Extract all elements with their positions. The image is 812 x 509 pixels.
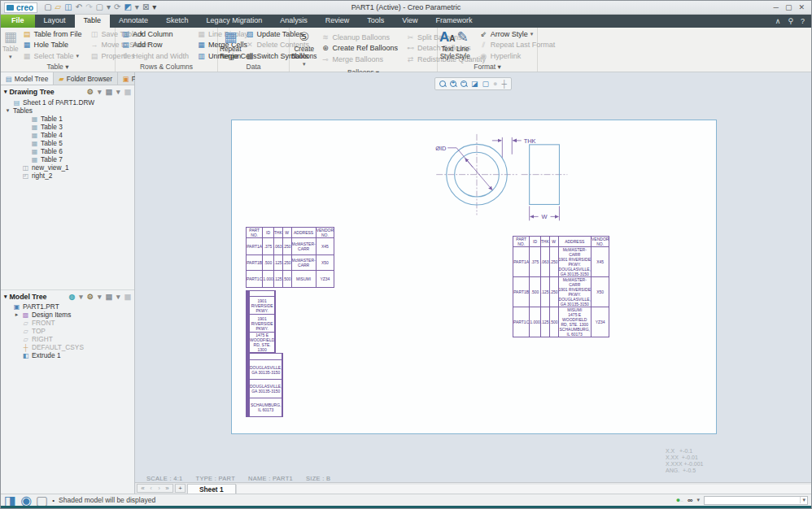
table-cell[interactable]: McMASTER-CARR bbox=[291, 255, 316, 271]
select-box-icon[interactable]: ▢ bbox=[96, 3, 103, 11]
select-arrow-icon[interactable]: ▾ bbox=[107, 3, 111, 11]
table-header-cell[interactable]: THK bbox=[273, 228, 282, 238]
table-cell[interactable]: .500 bbox=[282, 271, 291, 288]
regenerate-icon[interactable]: ⟳ bbox=[114, 3, 120, 11]
hole-table-button[interactable]: ▦Hole Table bbox=[23, 40, 82, 51]
ribbon-tab-layout[interactable]: Layout bbox=[35, 15, 75, 28]
zoom-select-icon[interactable] bbox=[439, 80, 446, 87]
help-icon[interactable]: ? bbox=[801, 17, 805, 25]
prev-sheet-icon[interactable]: ‹ bbox=[147, 485, 155, 492]
new-file-icon[interactable]: ▢ bbox=[44, 3, 51, 11]
tree-item-front[interactable]: ▱FRONT bbox=[1, 319, 134, 327]
table-from-file-button[interactable]: ▤Table from File bbox=[23, 28, 82, 40]
find-icon[interactable]: ∞ bbox=[688, 496, 692, 504]
group-label-table[interactable]: Table ▾ bbox=[1, 63, 115, 72]
table-header-cell[interactable] bbox=[282, 354, 283, 360]
table-cell[interactable]: 1.000 bbox=[263, 271, 274, 288]
table-cell[interactable]: MISUMI1475 E WOODFIELD RD, STE. 1300SCHA… bbox=[558, 307, 591, 337]
table-cell[interactable]: PART1A bbox=[513, 247, 530, 277]
tree-item-table-3[interactable]: ▦Table 3 bbox=[1, 123, 134, 131]
table-header-cell[interactable]: VENDOR NO. bbox=[591, 237, 609, 247]
tree-item-default-csys[interactable]: ┼DEFAULT_CSYS bbox=[1, 343, 134, 351]
table-cell[interactable]: YZ34 bbox=[591, 307, 609, 337]
text-style-button[interactable]: AA Text Style bbox=[439, 28, 456, 62]
table-cell[interactable]: .125 bbox=[273, 271, 282, 288]
navigator-tab-folder-browser[interactable]: ▰Folder Browser bbox=[54, 72, 118, 85]
ribbon-tab-legacy-migration[interactable]: Legacy Migration bbox=[198, 15, 272, 28]
chevron-down-icon[interactable]: ▾ bbox=[4, 89, 7, 95]
minimize-icon[interactable]: ─ bbox=[774, 3, 779, 11]
tree-item-right-2[interactable]: ◰right_2 bbox=[1, 172, 134, 180]
appearance-icon[interactable]: ● bbox=[493, 80, 497, 88]
table-header-cell[interactable] bbox=[250, 354, 282, 360]
create-balloons-button[interactable]: ⑤ Create Balloons▾ bbox=[291, 28, 317, 67]
table-cell[interactable]: YZ34 bbox=[316, 271, 334, 288]
tree-item-extrude-1[interactable]: ◧Extrude 1 bbox=[1, 351, 134, 359]
table-cell[interactable]: DOUGLASVILLE, GA 30135-3150 bbox=[250, 380, 282, 398]
caret-icon[interactable]: ▾ bbox=[116, 88, 120, 96]
table-cell[interactable]: PART1C bbox=[513, 307, 530, 337]
tree-item-table-1[interactable]: ▦Table 1 bbox=[1, 115, 134, 123]
drawing-table[interactable]: PART NO.IDTHKWADDRESSVENDOR NO.PART1A.37… bbox=[513, 236, 609, 337]
table-cell[interactable]: .125 bbox=[540, 307, 549, 337]
collapse-ribbon-icon[interactable]: ∧ bbox=[775, 17, 781, 25]
tree-item-table-5[interactable]: ▦Table 5 bbox=[1, 139, 134, 147]
table-cell[interactable] bbox=[275, 333, 276, 353]
close-window-icon[interactable]: ⊠ bbox=[142, 3, 149, 11]
table-cell[interactable]: .125 bbox=[540, 277, 549, 307]
display-filter-icon[interactable]: ◍ bbox=[68, 293, 75, 301]
drawing-table[interactable]: PART NO.IDTHKWADDRESSVENDOR NO.PART1A.37… bbox=[246, 227, 334, 288]
table-header-cell[interactable]: PART NO. bbox=[247, 228, 263, 238]
add-sheet-button[interactable]: + bbox=[175, 484, 186, 493]
table-header-cell[interactable]: ADDRESS bbox=[558, 237, 591, 247]
list-icon[interactable]: ▤ bbox=[105, 88, 112, 96]
tree-item-table-4[interactable]: ▦Table 4 bbox=[1, 131, 134, 139]
table-cell[interactable]: McMASTER-CARR bbox=[291, 238, 316, 255]
ribbon-tab-annotate[interactable]: Annotate bbox=[110, 15, 157, 28]
add-row-button[interactable]: ▤Add Row bbox=[121, 40, 189, 51]
table-cell[interactable]: .063 bbox=[540, 247, 549, 277]
caret-icon[interactable]: ▾ bbox=[116, 293, 120, 301]
table-cell[interactable]: PART1B bbox=[247, 255, 263, 271]
table-cell[interactable]: X45 bbox=[316, 238, 334, 255]
display-style-icon[interactable]: ▢ bbox=[482, 80, 490, 88]
table-cell[interactable]: .500 bbox=[530, 277, 541, 307]
folder-icon[interactable]: ▰ bbox=[59, 75, 63, 83]
tree-item-new-view-1[interactable]: ◫new_view_1 bbox=[1, 163, 134, 172]
table-cell[interactable]: 1.000 bbox=[530, 307, 541, 337]
table-header-cell[interactable]: W bbox=[282, 228, 291, 238]
table-cell[interactable]: 1901 RIVERSIDE PKWY. bbox=[250, 315, 275, 333]
table-header-cell[interactable]: W bbox=[549, 237, 558, 247]
table-button[interactable]: ▦ Table▾ bbox=[2, 28, 19, 62]
sheet-tab-active[interactable]: Sheet 1 bbox=[187, 484, 236, 494]
table-cell[interactable]: PART1C bbox=[247, 271, 263, 288]
redo-icon[interactable]: ↷ bbox=[85, 3, 92, 11]
table-header-cell[interactable] bbox=[275, 291, 276, 297]
table-cell[interactable] bbox=[275, 297, 276, 315]
ribbon-tab-table[interactable]: Table bbox=[75, 15, 111, 28]
table-cell[interactable]: .375 bbox=[263, 238, 274, 255]
ribbon-tab-review[interactable]: Review bbox=[317, 15, 359, 28]
add-column-button[interactable]: ▥Add Column bbox=[121, 28, 189, 40]
navigator-tab-model-tree[interactable]: ▤Model Tree bbox=[1, 72, 54, 85]
chevron-down-icon[interactable]: ▾ bbox=[4, 294, 7, 300]
tree-item-table-7[interactable]: ▦Table 7 bbox=[1, 155, 134, 163]
ribbon-tab-file[interactable]: File bbox=[1, 15, 35, 28]
list-icon[interactable]: ▤ bbox=[105, 293, 112, 301]
drawing-table[interactable]: 1901 RIVERSIDE PKWY.1901 RIVERSIDE PKWY.… bbox=[246, 290, 276, 353]
table-cell[interactable] bbox=[275, 315, 276, 333]
combobox-dropdown-icon[interactable]: ▾ bbox=[800, 497, 807, 503]
drawing-sheet[interactable]: ØID THK W bbox=[231, 120, 717, 434]
table-cell[interactable]: 1475 E WOODFIELD RD, STE. 1300 bbox=[250, 333, 275, 353]
table-header-cell[interactable]: PART NO. bbox=[513, 237, 530, 247]
table-cell[interactable] bbox=[282, 360, 283, 380]
tree-item-table-6[interactable]: ▦Table 6 bbox=[1, 147, 134, 155]
table-cell[interactable] bbox=[282, 398, 283, 417]
line-style-button[interactable]: ✎ Line Style bbox=[456, 28, 470, 62]
table-header-cell[interactable]: THK bbox=[540, 237, 549, 247]
tree-item-top[interactable]: ▱TOP bbox=[1, 327, 134, 335]
table-cell[interactable]: DOUGLASVILLE, GA 30135-3150 bbox=[250, 360, 282, 380]
find-highlight-icon[interactable]: ▦ bbox=[124, 293, 131, 301]
zoom-in-icon[interactable]: + bbox=[450, 80, 456, 87]
search-combobox[interactable]: ▾ bbox=[704, 496, 808, 505]
